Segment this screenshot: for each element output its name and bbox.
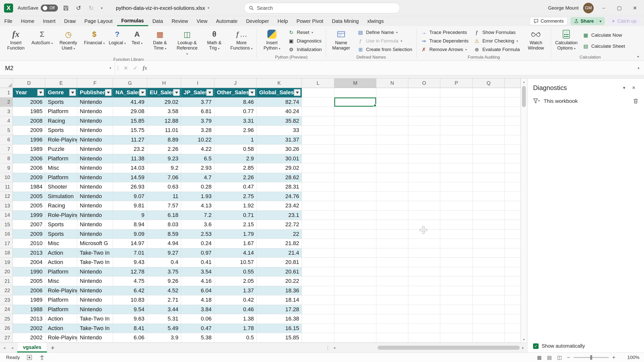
cell[interactable]: 20.81 [257, 258, 302, 267]
cell[interactable]: 35.82 [257, 116, 302, 126]
cell[interactable] [473, 107, 505, 116]
financial-button[interactable]: $ Financial ▾ [82, 27, 107, 47]
cell[interactable]: Misc [45, 163, 77, 173]
cell[interactable]: 15.75 [113, 126, 147, 135]
panel-item-this-workbook[interactable]: This workbook [528, 96, 644, 107]
cell[interactable]: 2013 [13, 314, 45, 324]
row-header[interactable]: 9 [0, 163, 13, 173]
date-time-button[interactable]: ▦ Date & Time ▾ [147, 27, 173, 52]
cell[interactable] [334, 314, 376, 324]
cell[interactable] [473, 295, 505, 305]
cell[interactable]: 16.38 [257, 314, 302, 324]
name-box-chevron-icon[interactable]: ▾ [109, 66, 111, 70]
cell[interactable] [408, 163, 440, 173]
cell[interactable] [473, 239, 505, 248]
cell[interactable] [376, 173, 408, 183]
cell[interactable] [376, 277, 408, 286]
cell[interactable]: Nintendo [77, 333, 113, 343]
cell[interactable]: Platform [45, 154, 77, 164]
cell[interactable] [302, 201, 334, 211]
column-header-M[interactable]: M [334, 78, 376, 88]
cell[interactable] [302, 220, 334, 230]
cell[interactable] [408, 248, 440, 258]
cell[interactable]: 2.53 [181, 230, 214, 239]
row-header[interactable]: 24 [0, 305, 13, 314]
panel-close-icon[interactable]: ✕ [629, 83, 638, 92]
cell[interactable]: 0.46 [214, 305, 257, 314]
cell[interactable] [334, 173, 376, 183]
cell[interactable]: 20.22 [257, 277, 302, 286]
calculation-options-button[interactable]: Calculation Options ▾ [553, 27, 580, 52]
quick-access-chevron-icon[interactable]: ▾ [99, 4, 104, 13]
cell[interactable]: 4.18 [181, 295, 214, 305]
cell[interactable] [505, 98, 521, 107]
cell[interactable] [376, 182, 408, 192]
cell[interactable] [376, 107, 408, 116]
cell[interactable]: Simulation [45, 192, 77, 201]
cell[interactable] [408, 126, 440, 135]
cell[interactable]: 2.26 [214, 173, 257, 183]
row-header[interactable]: 2 [0, 98, 13, 107]
cell[interactable]: 0.58 [214, 145, 257, 154]
cell[interactable] [302, 116, 334, 126]
cell[interactable] [408, 135, 440, 145]
filter-button[interactable] [249, 89, 255, 96]
cell[interactable]: 9.07 [113, 192, 147, 201]
tab-page-layout[interactable]: Page Layout [80, 16, 117, 26]
cell[interactable]: 23.1 [257, 211, 302, 220]
cell[interactable]: 0.24 [181, 239, 214, 248]
cell[interactable] [376, 211, 408, 220]
cell[interactable] [505, 201, 521, 211]
cell[interactable] [505, 267, 521, 277]
cell[interactable]: 9.63 [113, 314, 147, 324]
cell[interactable] [440, 220, 473, 230]
cell[interactable] [505, 314, 521, 324]
column-header-G[interactable]: G [113, 78, 147, 88]
cell[interactable] [408, 286, 440, 296]
cell[interactable]: 2005 [13, 201, 45, 211]
cell[interactable]: Nintendo [77, 107, 113, 116]
cell[interactable] [505, 107, 521, 116]
cell[interactable]: 12.78 [113, 267, 147, 277]
cell[interactable] [376, 220, 408, 230]
cell[interactable] [440, 154, 473, 164]
cell[interactable]: 8.46 [214, 98, 257, 107]
tab-file[interactable]: File [0, 16, 17, 26]
cell[interactable]: 12.88 [147, 116, 181, 126]
table-header-jp_sales[interactable]: JP_Sales [181, 88, 214, 98]
cell[interactable]: Take-Two In [77, 248, 113, 258]
filter-button[interactable] [37, 89, 44, 96]
cell[interactable]: 1985 [13, 107, 45, 116]
tab-insert[interactable]: Insert [39, 16, 60, 26]
cell[interactable] [505, 116, 521, 126]
cell[interactable] [408, 267, 440, 277]
cell[interactable]: 14.59 [113, 173, 147, 183]
cell[interactable]: 4.13 [181, 201, 214, 211]
cell[interactable]: 10.22 [181, 135, 214, 145]
tab-data[interactable]: Data [148, 16, 167, 26]
cell[interactable] [334, 107, 376, 116]
cell[interactable] [440, 286, 473, 296]
sheet-nav-right-icon[interactable]: ▸ [9, 343, 17, 352]
evaluate-formula-button[interactable]: ⊚Evaluate Formula [471, 45, 522, 54]
cell[interactable] [440, 88, 473, 98]
row-header[interactable]: 21 [0, 277, 13, 286]
cell[interactable] [334, 267, 376, 277]
cell[interactable]: 29.08 [113, 107, 147, 116]
cell[interactable]: Nintendo [77, 135, 113, 145]
row-header[interactable]: 25 [0, 314, 13, 324]
table-header-year[interactable]: Year [13, 88, 45, 98]
cell[interactable]: 3.58 [147, 107, 181, 116]
cell[interactable] [376, 305, 408, 314]
name-box[interactable]: M2 ▾ [0, 61, 115, 75]
cell[interactable]: Nintendo [77, 230, 113, 239]
watch-window-button[interactable]: Watch Window [522, 27, 549, 51]
cell[interactable] [334, 295, 376, 305]
select-all-button[interactable] [0, 78, 13, 88]
cell[interactable] [408, 258, 440, 267]
zoom-slider[interactable] [574, 357, 609, 358]
row-header[interactable]: 17 [0, 239, 13, 248]
cell[interactable] [408, 116, 440, 126]
cell[interactable] [408, 201, 440, 211]
vertical-scrollbar[interactable]: ▴ ▾ [521, 78, 527, 343]
